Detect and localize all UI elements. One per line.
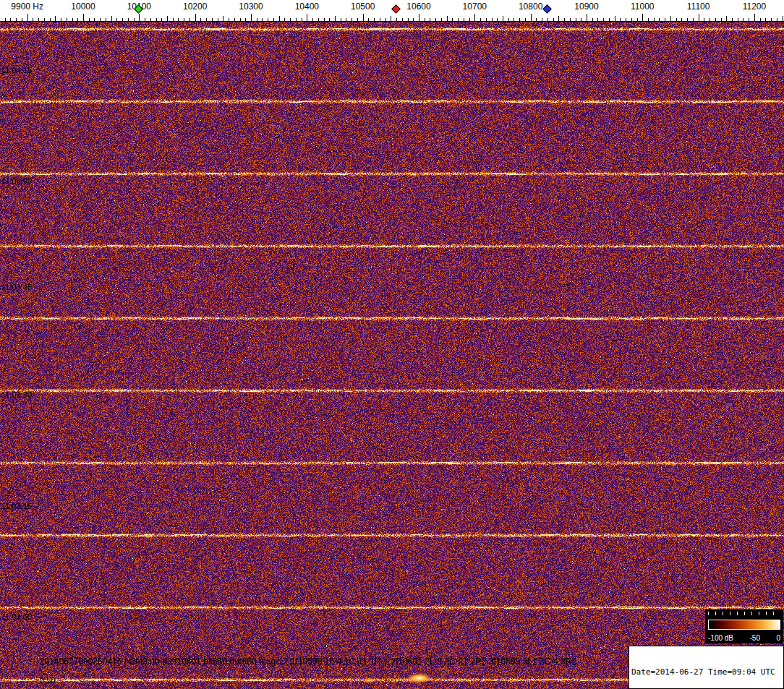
- freq-label: 10200: [183, 1, 207, 12]
- ruler-tick: [335, 16, 336, 21]
- ruler-tick: [156, 18, 157, 21]
- time-label: 11:03:45: [1, 283, 32, 291]
- ruler-tick: [150, 18, 151, 21]
- db-color-scale: -100 dB -50 0: [705, 609, 783, 643]
- ruler-tick: [380, 18, 380, 21]
- ruler-tick: [167, 16, 168, 21]
- ruler-tick: [374, 18, 375, 21]
- ruler-tick: [687, 18, 688, 21]
- freq-label: 11100: [687, 1, 710, 12]
- freq-label: 10300: [239, 1, 263, 12]
- ruler-tick: [83, 14, 84, 21]
- ruler-tick: [357, 18, 358, 21]
- ruler-tick: [413, 18, 414, 21]
- freq-label: 10400: [295, 1, 319, 12]
- ruler-tick: [458, 18, 459, 21]
- ruler-tick: [22, 18, 22, 21]
- ruler-tick: [38, 18, 39, 21]
- ruler-tick: [284, 18, 285, 21]
- ruler-tick: [531, 14, 532, 21]
- red-diamond-marker[interactable]: [391, 4, 401, 14]
- ruler-tick: [771, 18, 772, 21]
- freq-label: 10800: [519, 1, 542, 12]
- ruler-tick: [178, 18, 179, 21]
- ruler-tick: [279, 16, 280, 21]
- ruler-tick: [631, 18, 632, 21]
- ruler-tick: [240, 18, 241, 21]
- legend-ticks: [708, 612, 780, 615]
- ruler-tick: [447, 16, 448, 21]
- info-date-line: Date=2014-06-27 Time=09:04 UTC: [631, 667, 781, 677]
- ruler-tick: [670, 16, 671, 21]
- ruler-tick: [514, 18, 514, 21]
- ruler-tick: [385, 18, 386, 21]
- ruler-tick: [726, 16, 727, 21]
- ruler-tick: [251, 14, 252, 21]
- ruler-tick: [441, 18, 442, 21]
- ruler-tick: [642, 14, 643, 21]
- ruler-tick: [659, 18, 660, 21]
- legend-labels: -100 dB -50 0: [708, 634, 780, 642]
- ruler-tick: [396, 18, 397, 21]
- ruler-tick: [592, 18, 593, 21]
- ruler-tick: [503, 16, 503, 21]
- ruler-tick: [497, 18, 498, 21]
- time-label: 0:50: [40, 676, 55, 685]
- ruler-tick: [128, 18, 129, 21]
- legend-mid-label: -50: [750, 634, 760, 642]
- ruler-tick: [139, 14, 140, 21]
- ruler-tick: [391, 16, 391, 21]
- ruler-tick: [27, 14, 28, 21]
- ruler-tick: [654, 18, 655, 21]
- blue-diamond-marker[interactable]: [542, 4, 552, 14]
- ruler-tick: [665, 18, 665, 21]
- ruler-tick: [145, 18, 145, 21]
- ruler-tick: [430, 18, 430, 21]
- spectrum-waterfall-app: 9900 Hz100001010010200103001040010500106…: [0, 0, 784, 689]
- ruler-tick: [302, 18, 302, 21]
- ruler-tick: [312, 18, 313, 21]
- ruler-tick: [122, 18, 123, 21]
- detection-metadata-text: 20140627090250416 hCnt3 nb-82 f10601 hit…: [40, 656, 576, 667]
- ruler-tick: [67, 18, 67, 21]
- ruler-tick: [257, 18, 257, 21]
- ruler-tick: [452, 18, 453, 21]
- ruler-tick: [783, 16, 783, 21]
- waterfall-area: 20140627090250416 hCnt3 nb-82 f10601 hit…: [0, 22, 784, 689]
- ruler-tick: [536, 18, 537, 21]
- ruler-tick: [223, 16, 223, 21]
- freq-label: 11000: [631, 1, 654, 12]
- ruler-tick: [597, 18, 598, 21]
- ruler-tick: [100, 18, 101, 21]
- ruler-tick: [61, 18, 61, 21]
- freq-label: 10600: [406, 1, 430, 12]
- ruler-tick: [587, 14, 587, 21]
- ruler-tick: [89, 18, 90, 21]
- ruler-tick: [760, 18, 761, 21]
- time-label: 11:03:30: [1, 390, 32, 399]
- ruler-tick: [480, 18, 481, 21]
- ruler-tick: [116, 18, 117, 21]
- frequency-ruler[interactable]: 9900 Hz100001010010200103001040010500106…: [0, 0, 784, 22]
- ruler-tick: [329, 18, 330, 21]
- ruler-tick: [648, 18, 649, 21]
- freq-label: 9900 Hz: [11, 1, 43, 12]
- ruler-tick: [245, 18, 246, 21]
- ruler-tick: [558, 16, 559, 21]
- ruler-tick: [50, 18, 51, 21]
- time-label: 11:03:15: [1, 502, 32, 510]
- ruler-tick: [542, 18, 542, 21]
- ruler-tick: [44, 18, 45, 21]
- ruler-tick: [749, 18, 749, 21]
- ruler-tick: [676, 18, 677, 21]
- ruler-tick: [615, 16, 615, 21]
- legend-gradient-bar: [708, 620, 780, 630]
- ruler-tick: [570, 18, 571, 21]
- ruler-tick: [721, 18, 722, 21]
- ruler-tick: [609, 18, 610, 21]
- ruler-tick: [234, 18, 235, 21]
- ruler-tick: [419, 14, 419, 21]
- time-label: 11:04:00: [1, 176, 32, 185]
- ruler-tick: [200, 18, 201, 21]
- ruler-tick: [693, 18, 694, 21]
